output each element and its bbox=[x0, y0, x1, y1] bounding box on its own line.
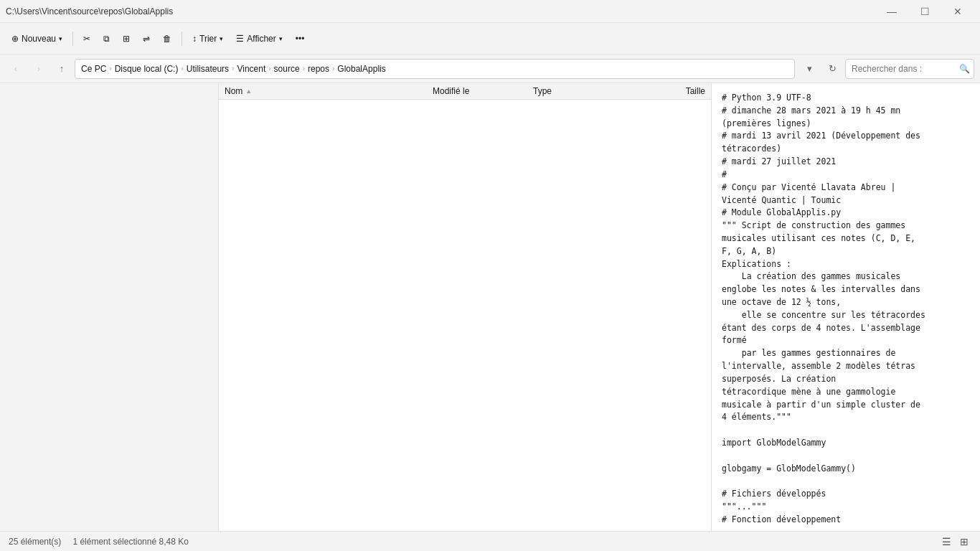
breadcrumb-vincent[interactable]: Vincent bbox=[237, 64, 265, 74]
breadcrumb-sep-1: › bbox=[109, 65, 111, 72]
title-bar-path: C:\Users\Vincent\source\repos\GlobalAppl… bbox=[6, 6, 173, 17]
sort-asc-icon: ▲ bbox=[245, 88, 252, 95]
nav-dropdown-button[interactable]: ▾ bbox=[799, 59, 819, 79]
paste-button[interactable]: ⊞ bbox=[117, 30, 136, 47]
column-type[interactable]: Type bbox=[533, 86, 648, 96]
file-list-header: Nom ▲ Modifié le Type Taille bbox=[219, 83, 711, 100]
breadcrumb-repos[interactable]: repos bbox=[308, 64, 329, 74]
status-left: 25 élément(s) 1 élément sélectionné 8,48… bbox=[9, 537, 189, 547]
sort-chevron-icon: ▾ bbox=[220, 35, 223, 42]
cut-icon: ✂ bbox=[83, 34, 90, 44]
close-button[interactable]: ✕ bbox=[941, 0, 974, 23]
nav-forward-button[interactable]: › bbox=[29, 59, 49, 79]
toolbar-separator-2 bbox=[182, 32, 182, 46]
view-chevron-icon: ▾ bbox=[279, 35, 283, 42]
paste-icon: ⊞ bbox=[123, 34, 130, 44]
new-icon: ⊕ bbox=[11, 34, 19, 44]
toolbar-separator-1 bbox=[72, 32, 73, 46]
sort-icon: ↕ bbox=[192, 34, 197, 44]
search-input[interactable] bbox=[845, 59, 974, 79]
main-layout: Nom ▲ Modifié le Type Taille # Python 3.… bbox=[0, 83, 980, 531]
new-button[interactable]: ⊕ Nouveau ▾ bbox=[6, 30, 68, 47]
breadcrumb-source[interactable]: source bbox=[274, 64, 300, 74]
breadcrumb-disk[interactable]: Disque local (C:) bbox=[115, 64, 179, 74]
title-bar: C:\Users\Vincent\source\repos\GlobalAppl… bbox=[0, 0, 980, 23]
more-button[interactable]: ••• bbox=[290, 30, 311, 47]
preview-content: # Python 3.9 UTF-8 # dimanche 28 mars 20… bbox=[722, 92, 970, 527]
title-bar-controls: — ☐ ✕ bbox=[875, 0, 974, 23]
delete-button[interactable]: 🗑 bbox=[157, 30, 177, 47]
nav-up-button[interactable]: ↑ bbox=[52, 59, 72, 79]
copy-button[interactable]: ⧉ bbox=[98, 30, 116, 47]
move-icon: ⇌ bbox=[143, 34, 150, 44]
status-right: ☰ ⊞ bbox=[939, 534, 971, 549]
copy-icon: ⧉ bbox=[103, 34, 110, 44]
breadcrumb-globalapplis[interactable]: GlobalApplis bbox=[337, 64, 385, 74]
grid-view-button[interactable]: ⊞ bbox=[957, 534, 971, 549]
breadcrumb-sep-6: › bbox=[332, 65, 334, 72]
sidebar bbox=[0, 83, 219, 531]
column-name[interactable]: Nom ▲ bbox=[225, 86, 433, 96]
status-bar: 25 élément(s) 1 élément sélectionné 8,48… bbox=[0, 531, 980, 551]
breadcrumb-sep-4: › bbox=[268, 65, 270, 72]
nav-back-button[interactable]: ‹ bbox=[6, 59, 26, 79]
toolbar: ⊕ Nouveau ▾ ✂ ⧉ ⊞ ⇌ 🗑 ↕ Trier ▾ ☰ Affich… bbox=[0, 23, 980, 55]
move-button[interactable]: ⇌ bbox=[137, 30, 156, 47]
column-modified[interactable]: Modifié le bbox=[433, 86, 533, 96]
minimize-button[interactable]: — bbox=[875, 0, 908, 23]
cut-button[interactable]: ✂ bbox=[77, 30, 96, 47]
sort-button[interactable]: ↕ Trier ▾ bbox=[187, 30, 229, 47]
breadcrumb-sep-5: › bbox=[303, 65, 305, 72]
preview-pane: # Python 3.9 UTF-8 # dimanche 28 mars 20… bbox=[711, 83, 980, 531]
search-container: 🔍 bbox=[845, 59, 974, 79]
breadcrumb: Ce PC › Disque local (C:) › Utilisateurs… bbox=[75, 59, 795, 79]
new-label: Nouveau bbox=[22, 34, 56, 44]
breadcrumb-sep-3: › bbox=[232, 65, 234, 72]
sort-label: Trier bbox=[199, 34, 217, 44]
selected-info: 1 élément sélectionné 8,48 Ko bbox=[72, 537, 188, 547]
breadcrumb-sep-2: › bbox=[181, 65, 183, 72]
view-label: Afficher bbox=[247, 34, 275, 44]
address-bar: ‹ › ↑ Ce PC › Disque local (C:) › Utilis… bbox=[0, 55, 980, 83]
more-icon: ••• bbox=[296, 34, 305, 44]
title-bar-path-text: C:\Users\Vincent\source\repos\GlobalAppl… bbox=[6, 6, 173, 17]
file-list: Nom ▲ Modifié le Type Taille bbox=[219, 83, 711, 531]
delete-icon: 🗑 bbox=[163, 34, 171, 44]
list-view-button[interactable]: ☰ bbox=[939, 534, 954, 549]
view-button[interactable]: ☰ Afficher ▾ bbox=[230, 30, 288, 47]
nav-refresh-button[interactable]: ↻ bbox=[822, 59, 842, 79]
new-chevron-icon: ▾ bbox=[59, 35, 62, 42]
item-count: 25 élément(s) bbox=[9, 537, 61, 547]
column-size[interactable]: Taille bbox=[648, 86, 705, 96]
view-icon: ☰ bbox=[236, 34, 244, 44]
breadcrumb-cepc[interactable]: Ce PC bbox=[81, 64, 106, 74]
maximize-button[interactable]: ☐ bbox=[908, 0, 941, 23]
breadcrumb-utilisateurs[interactable]: Utilisateurs bbox=[187, 64, 229, 74]
